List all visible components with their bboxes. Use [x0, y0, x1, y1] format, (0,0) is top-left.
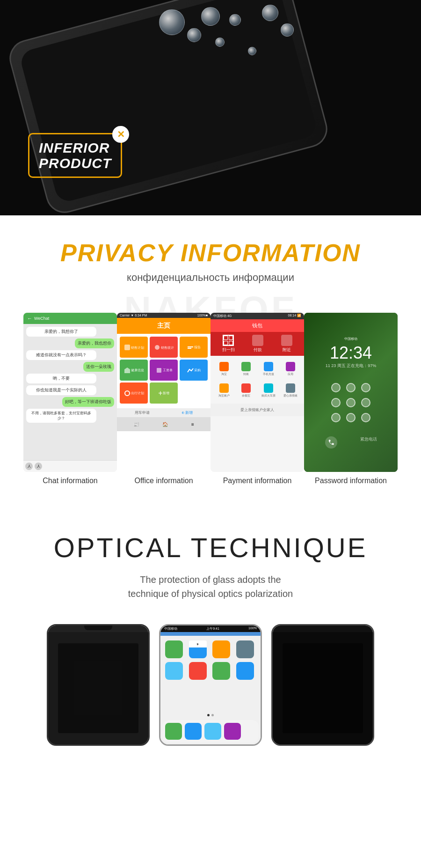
chat-message: 你也知道我是一个实际的人	[26, 385, 96, 395]
pay-actions: 扫一扫 付款 附近	[210, 332, 304, 356]
password-phone-card: 中国移动 12:34 11 23 周五 正在充电：97%	[304, 313, 398, 485]
dock-music-icon	[224, 723, 241, 740]
privacy-title: PRIVACY INFORMATION	[9, 239, 412, 267]
carrier-text: 中国移动	[344, 337, 357, 341]
phones-display: 中国移动 上午9:41 100% 9	[9, 624, 412, 746]
more2-icon: 爱心亲情账	[281, 381, 301, 400]
display-phone-dark-left	[47, 624, 150, 746]
lock-dot	[346, 413, 356, 422]
privacy-subtitle: конфиденциальность информации	[9, 272, 412, 284]
svg-point-5	[125, 391, 130, 396]
chat-message: 哟，不要	[26, 374, 96, 383]
calendar-icon: 9	[189, 640, 207, 658]
lock-bottom-bar: 紧急电话	[304, 436, 398, 449]
pay-bottom: 爱上亲情账户全家人	[210, 404, 304, 416]
office-screen: Carrier ▼ 6:34 PM 100%■ 主页 销售计划 销售统计	[117, 313, 210, 472]
page-dots	[160, 714, 261, 716]
chat-screenshot: ← WeChat 亲爱的，我想你了 亲爱的，我也想你 难道你就没有一点表示吗？ …	[23, 313, 117, 472]
chat-message: 不用，请我吃多客套，支付宝密码多少？	[26, 409, 96, 423]
light-phone-screen: 中国移动 上午9:41 100% 9	[160, 625, 261, 744]
privacy-overlay	[74, 661, 123, 715]
optical-title: OPTICAL TECHNIQUE	[9, 532, 412, 563]
chat-message: 亲爱的，我想你了	[26, 327, 96, 337]
water-drop	[248, 47, 256, 55]
chat-body: 亲爱的，我想你了 亲爱的，我也想你 难道你就没有一点表示吗？ 送你一朵玫瑰 哟，…	[23, 324, 117, 460]
maps-icon	[212, 662, 230, 680]
dock-mail-icon	[185, 723, 202, 740]
chat-header: ← WeChat	[23, 313, 117, 324]
ios-status-bar: 中国移动 上午9:41 100%	[160, 625, 261, 632]
water-drop	[262, 5, 278, 21]
office-label: Office information	[117, 477, 210, 485]
office-dock: 📰 🏠 ≡	[117, 417, 210, 431]
phone-call-icon	[325, 436, 337, 449]
svg-rect-4	[157, 368, 161, 373]
water-drop	[215, 37, 225, 47]
light-screen-inner: 中国移动 上午9:41 100% 9	[160, 625, 261, 744]
weather-icon	[165, 662, 183, 680]
dock-phone-icon	[165, 723, 182, 740]
lock-dot	[346, 383, 356, 392]
office-phone-card: Carrier ▼ 6:34 PM 100%■ 主页 销售计划 销售统计	[117, 313, 210, 485]
office-cell: 销售计划	[120, 337, 148, 358]
chat-message: 好吧，等一下班请你吃饭	[62, 397, 114, 407]
taobao-icon: 淘宝账户	[214, 381, 234, 400]
lock-dot	[361, 413, 370, 422]
office-grid: 销售计划 销售统计 报告 健康信息	[117, 334, 210, 406]
office-cell: + 新增	[150, 383, 178, 404]
scan-action: 扫一扫	[222, 335, 235, 353]
lock-dots	[331, 383, 370, 422]
office-cell: 报告	[180, 337, 208, 358]
chat-screen: ← WeChat 亲爱的，我想你了 亲爱的，我也想你 难道你就没有一点表示吗？ …	[23, 313, 117, 472]
office-cell: 工资单	[150, 360, 178, 381]
photos-icon	[212, 640, 230, 658]
water-drop	[281, 23, 294, 37]
office-cell: 采购	[180, 360, 208, 381]
chat-phone-card: ← WeChat 亲爱的，我想你了 亲爱的，我也想你 难道你就没有一点表示吗？ …	[23, 313, 117, 485]
payment-header: 钱包	[210, 319, 304, 332]
alipay-icon: 淘宝	[214, 360, 234, 378]
ios-dock	[162, 720, 259, 743]
dock-safari-icon	[204, 723, 221, 740]
settings-icon	[236, 662, 254, 680]
chat-message: 难道你就没有一点表示吗？	[26, 350, 96, 360]
chat-message: 送你一朵玫瑰	[83, 362, 114, 372]
office-header: 主页	[117, 318, 210, 334]
water-drop	[187, 28, 201, 42]
display-phone-light-center: 中国移动 上午9:41 100% 9	[159, 624, 262, 746]
svg-rect-2	[188, 346, 193, 347]
payment-screen: 中国移动 4G 08:14 📶 钱包 扫一扫	[210, 313, 304, 472]
svg-rect-0	[124, 345, 130, 350]
camera-icon	[236, 640, 254, 658]
lock-date: 11 23 周五 正在充电：97%	[326, 363, 377, 369]
status-bar: Carrier ▼ 6:34 PM 100%■	[117, 313, 210, 318]
chat-footer: 人 人	[23, 460, 117, 472]
credit-icon: 余额宝	[237, 381, 256, 400]
payment-icons-grid: 淘宝 转账 手机充值 应用	[210, 356, 304, 404]
payment-screenshot: 中国移动 4G 08:14 📶 钱包 扫一扫	[210, 313, 304, 472]
clock-icon	[189, 662, 207, 680]
dark-display	[48, 632, 148, 744]
lock-time: 12:34	[330, 343, 372, 363]
scan-icon	[223, 335, 234, 346]
water-drop	[201, 7, 220, 26]
nearby-icon	[281, 335, 292, 346]
svg-point-1	[155, 345, 160, 350]
dark-right-inner	[273, 625, 373, 744]
ios-icons-grid: 9	[160, 636, 261, 684]
emergency-call: 紧急电话	[360, 436, 377, 449]
office-cell: 健康信息	[120, 360, 148, 381]
dark-right-display	[273, 632, 373, 744]
payment-phone-card: 中国移动 4G 08:14 📶 钱包 扫一扫	[210, 313, 304, 485]
password-screenshot: 中国移动 12:34 11 23 周五 正在充电：97%	[304, 313, 398, 472]
lock-dot	[361, 398, 370, 407]
password-screen: 中国移动 12:34 11 23 周五 正在充电：97%	[304, 313, 398, 472]
svg-rect-3	[188, 348, 191, 349]
office-cell: 出行计划	[120, 383, 148, 404]
pay-status-bar: 中国移动 4G 08:14 📶	[210, 313, 304, 319]
transfer-icon: 转账	[237, 360, 256, 378]
lock-dot	[331, 413, 341, 422]
chat-avatar: 人	[25, 463, 33, 470]
water-drop	[159, 9, 185, 35]
pay-action: 付款	[252, 335, 263, 353]
